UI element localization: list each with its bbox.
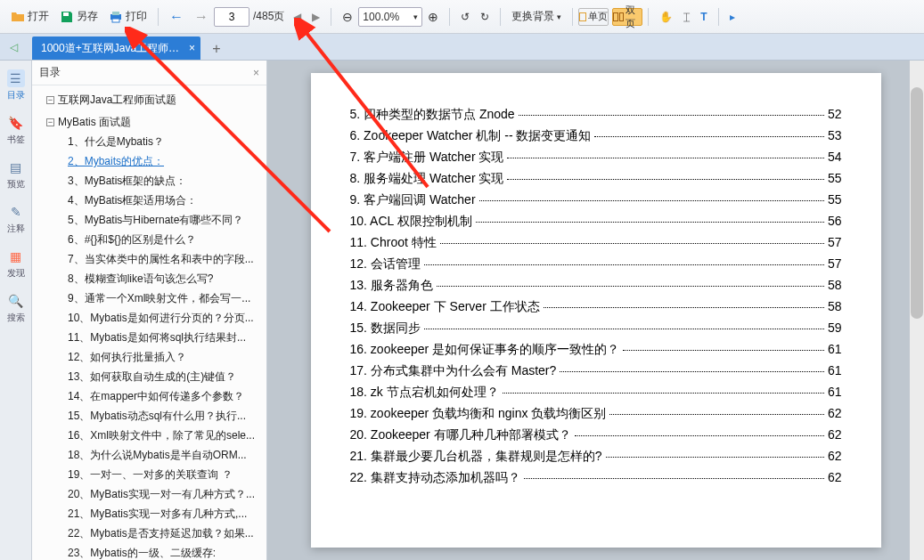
document-tab[interactable]: 1000道+互联网Java工程师面试... × bbox=[32, 37, 200, 60]
rotate-right-button[interactable]: ↻ bbox=[475, 5, 495, 28]
toc-item[interactable]: 5、MyBatis与Hibernate有哪些不同？ bbox=[43, 210, 265, 230]
rail-item-bookmark[interactable]: 🔖书签 bbox=[4, 114, 29, 146]
prev-page-button[interactable]: ◀ bbox=[288, 5, 307, 28]
zoom-value: 100.0% bbox=[363, 11, 399, 23]
toc-root-node[interactable]: − 互联网Java工程师面试题 bbox=[43, 91, 265, 110]
tab-close-button[interactable]: × bbox=[189, 42, 195, 54]
toc-item[interactable]: 11、Mybatis是如何将sql执行结果封... bbox=[43, 328, 265, 347]
page-number-input[interactable] bbox=[214, 7, 249, 27]
page-viewer[interactable]: 5. 四种类型的数据节点 Znode526. Zookeeper Watcher… bbox=[267, 61, 924, 560]
row-text: 12. 会话管理 bbox=[350, 256, 421, 272]
toc-item[interactable]: 10、Mybatis是如何进行分页的？分页... bbox=[43, 308, 265, 328]
select-icon: ⌶ bbox=[683, 11, 690, 23]
chevron-right-icon: ▶ bbox=[312, 11, 320, 23]
next-page-button[interactable]: ▶ bbox=[307, 5, 325, 28]
double-page-button[interactable]: 双页 bbox=[612, 8, 642, 26]
zoom-out-button[interactable]: ⊖ bbox=[337, 5, 358, 28]
zoom-select[interactable]: 100.0%▾ bbox=[358, 7, 422, 27]
svg-rect-0 bbox=[63, 12, 69, 16]
text-tool-button[interactable]: T bbox=[695, 5, 712, 28]
content-toc-row: 13. 服务器角色58 bbox=[350, 278, 842, 294]
open-button[interactable]: 打开 bbox=[5, 5, 54, 28]
toc-item[interactable]: 20、MyBatis实现一对一有几种方式？... bbox=[43, 484, 265, 504]
toc-item[interactable]: 23、Mybatis的一级、二级缓存: bbox=[43, 543, 265, 560]
row-page: 61 bbox=[828, 385, 842, 399]
row-page: 55 bbox=[828, 171, 842, 185]
row-page: 57 bbox=[828, 256, 842, 271]
hand-icon: ✋ bbox=[659, 11, 673, 23]
tab-title: 1000道+互联网Java工程师面试... bbox=[41, 41, 184, 56]
rail-label: 注释 bbox=[7, 223, 25, 235]
toc-item[interactable]: 14、在mapper中如何传递多个参数？ bbox=[43, 386, 265, 406]
toc-item[interactable]: 18、为什么说Mybatis是半自动ORM... bbox=[43, 445, 265, 465]
change-background-button[interactable]: 更换背景▾ bbox=[506, 5, 567, 28]
collapse-sidebar-button[interactable]: ◁ bbox=[5, 39, 21, 55]
row-page: 59 bbox=[828, 321, 842, 335]
print-button[interactable]: 打印 bbox=[103, 5, 152, 28]
toc-item[interactable]: 22、Mybatis是否支持延迟加载？如果... bbox=[43, 523, 265, 543]
content-toc-row: 17. 分布式集群中为什么会有 Master?61 bbox=[350, 363, 842, 379]
list-icon: ☰ bbox=[7, 69, 25, 87]
rail-item-preview[interactable]: ▤预览 bbox=[4, 158, 29, 191]
toc-close-button[interactable]: × bbox=[253, 67, 259, 79]
toc-item[interactable]: 3、MyBatis框架的缺点： bbox=[43, 171, 265, 191]
save-label: 另存 bbox=[77, 9, 98, 24]
rail-item-search[interactable]: 🔍搜索 bbox=[4, 292, 29, 324]
toc-title: 目录 bbox=[39, 65, 61, 80]
open-label: 打开 bbox=[28, 9, 49, 24]
row-text: 7. 客户端注册 Watcher 实现 bbox=[350, 150, 504, 166]
toc-item[interactable]: 7、当实体类中的属性名和表中的字段... bbox=[43, 249, 265, 269]
single-page-button[interactable]: 单页 bbox=[578, 8, 609, 26]
toc-panel: 目录 × − 互联网Java工程师面试题 − MyBatis 面试题 1、什么是… bbox=[32, 61, 267, 560]
row-page: 53 bbox=[828, 128, 842, 142]
new-tab-button[interactable]: + bbox=[206, 38, 227, 60]
row-text: 20. Zookeeper 有哪几种几种部署模式？ bbox=[350, 427, 571, 443]
more-button[interactable]: ▸ bbox=[724, 5, 740, 28]
rotate-right-icon: ↻ bbox=[480, 11, 489, 23]
zoom-out-icon: ⊖ bbox=[342, 10, 353, 24]
row-text: 14. Zookeeper 下 Server 工作状态 bbox=[350, 299, 540, 315]
row-text: 6. Zookeeper Watcher 机制 -- 数据变更通知 bbox=[350, 128, 592, 144]
toc-item[interactable]: 1、什么是Mybatis？ bbox=[43, 132, 265, 151]
content-toc-row: 19. zookeeper 负载均衡和 nginx 负载均衡区别62 bbox=[350, 406, 842, 422]
side-rail: ☰目录🔖书签▤预览✎注释▦发现🔍搜索 bbox=[0, 61, 32, 560]
row-text: 18. zk 节点宕机如何处理？ bbox=[350, 385, 499, 401]
svg-rect-2 bbox=[112, 12, 119, 15]
hand-tool-button[interactable]: ✋ bbox=[654, 5, 678, 28]
rotate-left-button[interactable]: ↺ bbox=[455, 5, 475, 28]
nav-next-button[interactable]: → bbox=[189, 5, 214, 28]
row-page: 55 bbox=[828, 192, 842, 207]
rail-item-note[interactable]: ✎注释 bbox=[4, 203, 29, 235]
toc-item[interactable]: 9、通常一个Xml映射文件，都会写一... bbox=[43, 288, 265, 308]
toc-item[interactable]: 6、#{}和${}的区别是什么？ bbox=[43, 230, 265, 249]
zoom-in-button[interactable]: ⊕ bbox=[422, 5, 444, 28]
toc-item[interactable]: 8、模糊查询like语句该怎么写? bbox=[43, 269, 265, 288]
toc-item[interactable]: 4、MyBatis框架适用场合： bbox=[43, 191, 265, 210]
toc-item[interactable]: 16、Xml映射文件中，除了常见的sele... bbox=[43, 426, 265, 445]
toc-item[interactable]: 19、一对一、一对多的关联查询 ？ bbox=[43, 465, 265, 484]
scroll-thumb[interactable] bbox=[911, 87, 923, 319]
toc-item[interactable]: 21、MyBatis实现一对多有几种方式,... bbox=[43, 504, 265, 523]
toc-item[interactable]: 12、如何执行批量插入？ bbox=[43, 347, 265, 367]
toc-section-node[interactable]: − MyBatis 面试题 bbox=[43, 113, 265, 132]
rail-item-list[interactable]: ☰目录 bbox=[4, 69, 29, 101]
plus-icon: + bbox=[212, 41, 220, 57]
row-text: 11. Chroot 特性 bbox=[350, 235, 437, 251]
select-tool-button[interactable]: ⌶ bbox=[678, 5, 695, 28]
nav-prev-button[interactable]: ← bbox=[164, 5, 189, 28]
toc-tree[interactable]: − 互联网Java工程师面试题 − MyBatis 面试题 1、什么是Mybat… bbox=[32, 85, 266, 560]
rail-item-grid[interactable]: ▦发现 bbox=[4, 248, 29, 280]
svg-rect-3 bbox=[112, 19, 119, 22]
toc-section-label: MyBatis 面试题 bbox=[58, 115, 131, 130]
row-text: 5. 四种类型的数据节点 Znode bbox=[350, 107, 515, 123]
page-total-label: /485页 bbox=[253, 9, 284, 24]
toc-item[interactable]: 15、Mybatis动态sql有什么用？执行... bbox=[43, 406, 265, 426]
save-button[interactable]: 另存 bbox=[54, 5, 103, 28]
toc-item[interactable]: 2、Mybaits的优点： bbox=[43, 151, 265, 171]
toc-item[interactable]: 13、如何获取自动生成的(主)键值？ bbox=[43, 367, 265, 386]
vertical-scrollbar[interactable] bbox=[910, 61, 924, 560]
row-text: 15. 数据同步 bbox=[350, 321, 421, 337]
row-page: 58 bbox=[828, 278, 842, 292]
content-toc-row: 5. 四种类型的数据节点 Znode52 bbox=[350, 107, 842, 123]
note-icon: ✎ bbox=[7, 203, 25, 221]
